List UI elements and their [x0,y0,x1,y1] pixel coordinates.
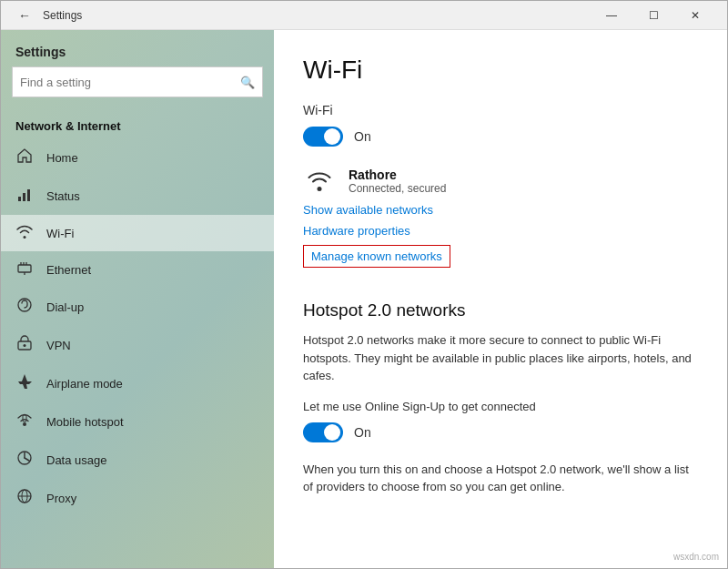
sidebar-item-vpn[interactable]: VPN [1,326,274,364]
search-icon: 🔍 [240,76,255,89]
sidebar-label-wifi: Wi-Fi [46,227,74,240]
maximize-button[interactable]: ☐ [632,1,674,30]
sidebar-item-home[interactable]: Home [1,138,274,177]
network-name: Rathore [349,168,446,182]
sidebar: Settings 🔍 Network & Internet Home [1,30,274,568]
sidebar-label-datausage: Data usage [46,453,107,467]
dialup-icon [15,297,34,317]
search-input[interactable] [20,76,240,89]
sidebar-item-dialup[interactable]: Dial-up [1,288,274,326]
online-signup-toggle-thumb [324,424,340,441]
proxy-icon [15,488,34,508]
wifi-toggle-thumb [324,128,340,145]
hotspot-bottom-desc: When you turn this on and choose a Hotsp… [303,461,698,496]
sidebar-label-hotspot: Mobile hotspot [46,415,124,429]
window-title: Settings [43,9,82,22]
wifi-toggle-label: On [354,129,371,144]
wifi-signal-icon [303,165,336,198]
sidebar-label-ethernet: Ethernet [46,263,91,277]
home-icon [15,147,34,168]
svg-rect-3 [18,265,31,272]
search-box[interactable]: 🔍 [12,66,263,97]
wifi-toggle[interactable] [303,127,343,147]
sidebar-item-datausage[interactable]: Data usage [1,441,274,479]
settings-window: ← Settings — ☐ ✕ Settings 🔍 Network & In… [0,0,728,569]
online-signup-toggle-row: On [303,422,698,442]
svg-point-10 [24,344,26,347]
wifi-toggle-row: On [303,127,698,147]
sidebar-label-vpn: VPN [46,339,71,352]
sidebar-app-title: Settings [1,30,274,66]
sidebar-label-proxy: Proxy [46,492,76,505]
online-signup-toggle[interactable] [303,422,343,442]
svg-rect-2 [27,189,30,201]
back-button[interactable]: ← [12,3,37,28]
page-title: Wi-Fi [303,56,698,85]
airplane-icon [15,373,34,393]
close-button[interactable]: ✕ [674,1,716,30]
manage-networks-button[interactable]: Manage known networks [303,245,450,268]
watermark: wsxdn.com [673,552,719,562]
wifi-section-label: Wi-Fi [303,103,698,117]
svg-rect-0 [18,197,21,201]
svg-rect-1 [23,193,25,201]
hotspot-icon [15,412,34,432]
sidebar-item-ethernet[interactable]: Ethernet [1,251,274,288]
sidebar-label-home: Home [46,151,78,165]
datausage-icon [15,450,34,470]
vpn-icon [15,335,34,355]
wifi-nav-icon [15,224,34,242]
titlebar: ← Settings — ☐ ✕ [1,1,727,30]
network-status: Connected, secured [349,182,446,195]
sidebar-item-hotspot[interactable]: Mobile hotspot [1,402,274,441]
nav-section-label: Network & Internet [1,108,274,138]
sidebar-item-wifi[interactable]: Wi-Fi [1,215,274,251]
svg-rect-12 [23,415,26,422]
sidebar-label-airplane: Airplane mode [46,377,123,391]
svg-point-11 [23,422,26,426]
network-info: Rathore Connected, secured [349,168,446,195]
sidebar-item-status[interactable]: Status [1,177,274,215]
online-signup-label: Let me use Online Sign-Up to get connect… [303,400,698,413]
minimize-button[interactable]: — [591,1,632,30]
show-networks-link[interactable]: Show available networks [303,203,698,217]
sidebar-item-airplane[interactable]: Airplane mode [1,364,274,402]
sidebar-label-status: Status [46,189,80,203]
hotspot-section-title: Hotspot 2.0 networks [303,300,698,320]
hotspot-desc: Hotspot 2.0 networks make it more secure… [303,331,698,385]
content-area: Settings 🔍 Network & Internet Home [1,30,727,568]
connected-network: Rathore Connected, secured [303,165,698,198]
status-icon [15,186,34,206]
ethernet-icon [15,260,34,279]
window-controls: — ☐ ✕ [591,1,716,30]
online-signup-toggle-label: On [354,425,371,440]
sidebar-label-dialup: Dial-up [46,300,84,314]
hardware-props-link[interactable]: Hardware properties [303,224,698,238]
main-content: Wi-Fi Wi-Fi On Rathore Co [274,30,727,568]
sidebar-item-proxy[interactable]: Proxy [1,479,274,517]
